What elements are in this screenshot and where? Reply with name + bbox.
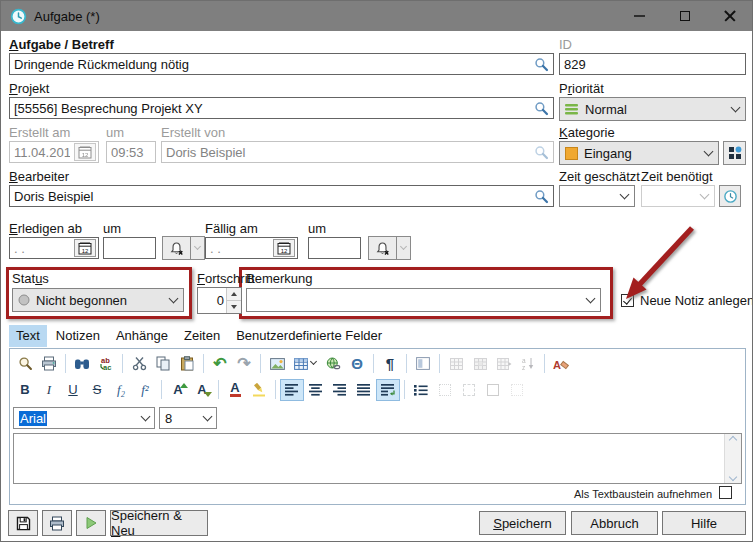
- search-icon[interactable]: [534, 57, 549, 72]
- quick-save-button[interactable]: [8, 510, 38, 536]
- due-reminder-button[interactable]: [368, 236, 411, 260]
- rich-text-editor: abac ↶ ↷ Θ ¶ az A B: [9, 348, 746, 505]
- reminder-bell-icon: [169, 241, 184, 256]
- replace-button[interactable]: abac: [94, 353, 118, 375]
- reminder-dropdown[interactable]: [191, 236, 205, 260]
- floppy-icon: [16, 516, 31, 531]
- find-button[interactable]: [70, 353, 94, 375]
- minimize-button[interactable]: [617, 1, 662, 31]
- italic-button[interactable]: I: [37, 379, 61, 401]
- spinner-down-button[interactable]: [227, 300, 241, 313]
- redo-button[interactable]: ↷: [232, 353, 256, 375]
- tab-benutzerdefinierte-felder[interactable]: Benutzerdefinierte Felder: [229, 325, 389, 347]
- stopwatch-button[interactable]: [719, 185, 741, 207]
- split-row-button: [492, 353, 516, 375]
- clear-format-button[interactable]: A: [549, 353, 573, 375]
- start-time-input[interactable]: [103, 237, 156, 259]
- print-task-button[interactable]: [42, 510, 72, 536]
- tab-notizen[interactable]: Notizen: [49, 325, 107, 347]
- assignee-input[interactable]: Doris Beispiel: [9, 185, 554, 207]
- save-button[interactable]: Speichern: [479, 511, 566, 535]
- reminder-dropdown[interactable]: [397, 236, 411, 260]
- align-left-button[interactable]: [280, 379, 304, 401]
- copy-button[interactable]: [151, 353, 175, 375]
- search-icon[interactable]: [534, 189, 549, 204]
- editor-content[interactable]: [14, 434, 724, 483]
- border-none-button: [505, 379, 529, 401]
- table-grid-button: [444, 353, 468, 375]
- align-justify-button[interactable]: [352, 379, 376, 401]
- close-button[interactable]: [707, 1, 752, 31]
- align-right-button[interactable]: [328, 379, 352, 401]
- highlight-button[interactable]: [247, 379, 271, 401]
- editor-toolbar-row-2: B I U S f₂ f² A A A: [13, 377, 742, 402]
- preview-button[interactable]: [13, 353, 37, 375]
- strikethrough-button[interactable]: S: [85, 379, 109, 401]
- formatting-marks-button[interactable]: ¶: [378, 353, 402, 375]
- chevron-down-icon: [141, 411, 151, 421]
- svg-text:12: 12: [281, 248, 288, 254]
- status-select[interactable]: Nicht begonnen: [12, 288, 184, 312]
- text-frame-button[interactable]: [411, 353, 435, 375]
- border-inner-icon: [463, 384, 475, 396]
- superscript-button[interactable]: f²: [133, 379, 157, 401]
- priority-select[interactable]: Normal: [559, 97, 746, 121]
- time-estimated-select[interactable]: [559, 185, 635, 207]
- created-date-label: Erstellt am: [9, 125, 70, 140]
- paste-button[interactable]: [175, 353, 199, 375]
- chevron-down-icon: [700, 189, 710, 199]
- subject-input[interactable]: Dringende Rückmeldung nötig: [9, 53, 554, 75]
- bullet-list-button[interactable]: [409, 379, 433, 401]
- align-center-button[interactable]: [304, 379, 328, 401]
- scroll-up-icon[interactable]: [729, 436, 737, 444]
- id-input[interactable]: 829: [559, 53, 746, 75]
- chevron-down-icon: [194, 242, 201, 249]
- shrink-font-button[interactable]: A: [190, 379, 214, 401]
- due-date-input[interactable]: . . 12: [205, 237, 298, 259]
- category-manager-button[interactable]: [723, 141, 746, 165]
- font-name-select[interactable]: Arial: [13, 407, 155, 429]
- chevron-down-icon: [169, 293, 179, 303]
- project-input[interactable]: [55556] Besprechung Projekt XY: [9, 97, 554, 119]
- task-dialog: Aufgabe (*) Aufgabe / Betreff ID Dringen…: [0, 0, 753, 542]
- spinner-up-button[interactable]: [227, 288, 241, 300]
- cancel-button[interactable]: Abbruch: [571, 511, 658, 535]
- font-color-button[interactable]: A: [223, 379, 247, 401]
- tab-zeiten[interactable]: Zeiten: [177, 325, 227, 347]
- undo-button[interactable]: ↶: [208, 353, 232, 375]
- tab-text[interactable]: Text: [9, 325, 47, 347]
- editor-text-area[interactable]: [13, 433, 742, 484]
- save-and-new-button[interactable]: Speichern & Neu: [110, 510, 208, 536]
- search-icon[interactable]: [534, 101, 549, 116]
- grow-font-button[interactable]: A: [166, 379, 190, 401]
- snippet-checkbox[interactable]: [719, 486, 732, 499]
- calendar-icon[interactable]: 12: [74, 239, 96, 257]
- vertical-scrollbar[interactable]: [724, 434, 741, 483]
- font-size-select[interactable]: 8: [159, 407, 217, 429]
- start-date-input[interactable]: . . 12: [9, 237, 99, 259]
- underline-button[interactable]: U: [61, 379, 85, 401]
- bold-button[interactable]: B: [13, 379, 37, 401]
- insert-table-button[interactable]: [289, 353, 321, 375]
- hyperlink-button[interactable]: [321, 353, 345, 375]
- insert-image-button[interactable]: [265, 353, 289, 375]
- progress-spinner[interactable]: 0: [197, 287, 242, 314]
- start-button[interactable]: [76, 510, 106, 536]
- border-inner-button: [457, 379, 481, 401]
- maximize-button[interactable]: [662, 1, 707, 31]
- remark-combobox[interactable]: [246, 288, 601, 312]
- due-time-input[interactable]: [308, 237, 361, 259]
- print-button[interactable]: [37, 353, 61, 375]
- special-insert-button[interactable]: Θ: [345, 353, 369, 375]
- help-button[interactable]: Hilfe: [662, 511, 746, 535]
- start-reminder-button[interactable]: [162, 236, 205, 260]
- category-select[interactable]: Eingang: [559, 141, 719, 165]
- chevron-down-icon: [310, 358, 317, 365]
- cut-button[interactable]: [127, 353, 151, 375]
- subscript-button[interactable]: f₂: [109, 379, 133, 401]
- svg-text:z: z: [522, 364, 525, 371]
- calendar-icon[interactable]: 12: [273, 239, 295, 257]
- word-wrap-button[interactable]: [376, 379, 400, 401]
- tab-anhaenge[interactable]: Anhänge: [109, 325, 175, 347]
- scroll-down-icon[interactable]: [729, 473, 737, 481]
